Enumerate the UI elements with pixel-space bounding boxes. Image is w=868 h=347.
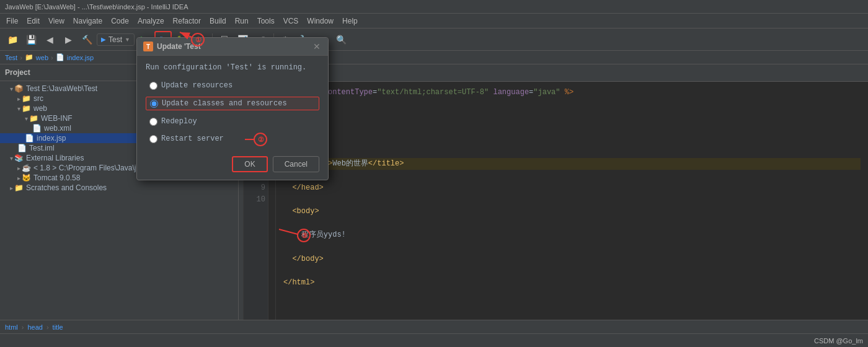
dialog-title-text: Update 'Test' xyxy=(157,42,308,51)
dialog-app-icon: T xyxy=(143,42,153,51)
ok-button[interactable]: OK xyxy=(232,156,267,172)
radio-update-classes[interactable]: Update classes and resources xyxy=(146,97,319,110)
update-dialog: T Update 'Test' ✕ Run configuration 'Tes… xyxy=(136,37,329,180)
radio-restart-server[interactable]: Restart server xyxy=(146,133,319,145)
radio-redeploy[interactable]: Redeploy xyxy=(146,115,319,128)
radio-label-2: Update classes and resources xyxy=(162,99,287,108)
svg-point-6 xyxy=(298,229,310,242)
radio-input-3[interactable] xyxy=(149,118,157,126)
radio-update-resources[interactable]: Update resources xyxy=(146,79,319,92)
radio-input-1[interactable] xyxy=(149,82,157,90)
radio-group: Update resources Update classes and reso… xyxy=(146,79,319,145)
radio-label-4: Restart server xyxy=(161,134,224,143)
dialog-message: Run configuration 'Test' is running. xyxy=(146,63,319,72)
app-wrapper: JavaWeb [E:\JavaWeb] - ...\Test\web\inde… xyxy=(0,0,868,347)
radio-input-2[interactable] xyxy=(150,100,158,108)
dialog-body: Run configuration 'Test' is running. Upd… xyxy=(137,56,328,180)
radio-input-4[interactable] xyxy=(149,135,157,143)
dialog-footer: OK Cancel xyxy=(146,154,319,172)
dialog-close-button[interactable]: ✕ xyxy=(312,42,322,51)
svg-line-8 xyxy=(279,229,298,234)
main-layout: Project ▼ ⊕ ≡ ⚙ — ▾ 📦 Test E:\JavaWeb\Te… xyxy=(0,64,868,320)
radio-label-1: Update resources xyxy=(161,81,232,90)
editor-area: 📄 index.jsp ✕ 1 2 3 4 5 6 7 8 9 10 xyxy=(239,64,868,320)
svg-text:③: ③ xyxy=(301,232,308,239)
dialog-overlay: T Update 'Test' ✕ Run configuration 'Tes… xyxy=(0,0,868,347)
cancel-button[interactable]: Cancel xyxy=(273,156,319,172)
dialog-title-bar: T Update 'Test' ✕ xyxy=(137,38,328,56)
svg-line-2 xyxy=(180,32,192,37)
radio-label-3: Redeploy xyxy=(161,117,197,126)
